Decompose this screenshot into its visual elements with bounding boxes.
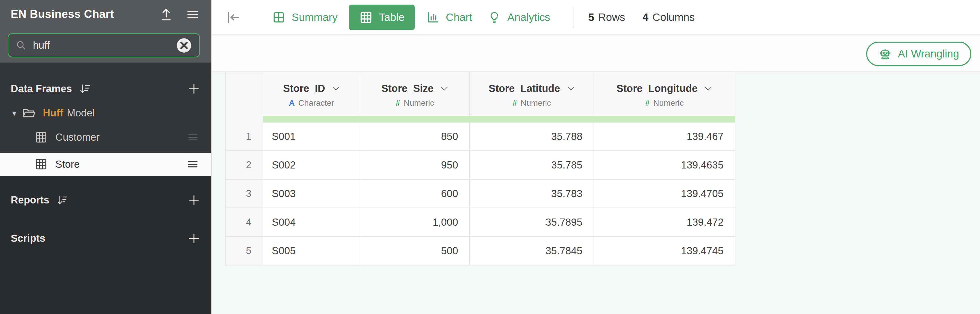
- table-grid-icon: [35, 158, 48, 171]
- cell-store-latitude[interactable]: 35.7845: [470, 237, 594, 266]
- tab-summary[interactable]: Summary: [264, 5, 345, 30]
- collapse-sidebar-button[interactable]: [225, 9, 242, 26]
- column-header-store-longitude[interactable]: Store_Longitude # Numeric: [594, 72, 735, 116]
- column-name: Store_Longitude: [617, 83, 698, 94]
- open-folder-icon: [21, 106, 36, 121]
- table-row[interactable]: 2 S002 950 35.785 139.4635: [225, 151, 735, 180]
- chevron-down-icon[interactable]: [440, 86, 449, 91]
- sidebar-item-store-selected[interactable]: Store: [0, 153, 211, 175]
- column-header-store-size[interactable]: Store_Size # Numeric: [360, 72, 470, 116]
- cell-store-longitude[interactable]: 139.4745: [594, 237, 735, 266]
- robot-icon: [878, 47, 892, 61]
- dimension-summary: 5 Rows 4 Columns: [588, 11, 695, 24]
- tab-analytics-label: Analytics: [508, 11, 550, 24]
- tab-chart[interactable]: Chart: [418, 5, 480, 30]
- row-number-header-cell: [225, 72, 263, 116]
- table-row[interactable]: 5 S005 500 35.7845 139.4745: [225, 237, 735, 266]
- sidebar-header: EN Business Chart: [0, 0, 211, 62]
- table-grid-icon: [35, 131, 48, 144]
- cell-store-id[interactable]: S003: [263, 180, 360, 208]
- sidebar: EN Business Chart: [0, 0, 211, 314]
- column-header-store-id[interactable]: Store_ID A Character: [263, 72, 360, 116]
- table-content-area: Store_ID A Character Store_Size: [212, 72, 980, 314]
- column-header-store-latitude[interactable]: Store_Latitude # Numeric: [470, 72, 594, 116]
- ai-wrangling-button[interactable]: AI Wrangling: [866, 41, 971, 66]
- add-script-button[interactable]: [187, 232, 200, 245]
- row-number: 3: [225, 180, 263, 208]
- tab-table[interactable]: Table: [349, 5, 415, 30]
- cell-store-latitude[interactable]: 35.788: [470, 123, 594, 151]
- search-icon: [16, 40, 27, 51]
- publish-upload-button[interactable]: [158, 6, 174, 22]
- rows-label: Rows: [598, 11, 625, 24]
- numeric-type-icon: #: [645, 98, 650, 108]
- column-type-label: Numeric: [520, 98, 551, 108]
- customer-label: Customer: [56, 131, 100, 143]
- columns-label: Columns: [652, 11, 695, 24]
- chevron-down-icon[interactable]: [332, 86, 340, 91]
- cell-store-size[interactable]: 1,000: [360, 208, 470, 237]
- cell-store-size[interactable]: 950: [360, 151, 470, 180]
- cell-store-longitude[interactable]: 139.4705: [594, 180, 735, 208]
- search-box[interactable]: [8, 33, 200, 57]
- cell-store-longitude[interactable]: 139.4635: [594, 151, 735, 180]
- cell-store-size[interactable]: 850: [360, 123, 470, 151]
- store-menu-icon[interactable]: [186, 158, 199, 171]
- chevron-down-icon[interactable]: [567, 86, 575, 91]
- add-data-frame-button[interactable]: [187, 82, 200, 96]
- character-type-icon: A: [289, 98, 295, 108]
- data-table: Store_ID A Character Store_Size: [225, 72, 735, 266]
- scripts-label: Scripts: [11, 233, 45, 244]
- table-row[interactable]: 4 S004 1,000 35.7895 139.472: [225, 208, 735, 237]
- column-summary-bar-row: [225, 116, 735, 123]
- row-number-bar-cell: [225, 116, 263, 123]
- numeric-type-icon: #: [396, 98, 400, 108]
- add-report-button[interactable]: [187, 193, 200, 207]
- cell-store-latitude[interactable]: 35.785: [470, 151, 594, 180]
- bar-chart-icon: [426, 11, 440, 24]
- sort-icon[interactable]: [56, 194, 68, 206]
- tab-analytics[interactable]: Analytics: [480, 5, 558, 30]
- data-frames-section: Data Frames ▾ Huff: [0, 62, 211, 153]
- numeric-type-icon: #: [512, 98, 517, 108]
- sidebar-menu-button[interactable]: [185, 6, 200, 22]
- cell-store-size[interactable]: 600: [360, 180, 470, 208]
- item-menu-icon[interactable]: [187, 131, 199, 143]
- column-name: Store_Size: [381, 83, 434, 94]
- cell-store-latitude[interactable]: 35.783: [470, 180, 594, 208]
- sidebar-lower-sections: Reports Scripts: [0, 175, 211, 314]
- data-completeness-bar: [263, 116, 735, 123]
- summary-grid-icon: [272, 11, 286, 24]
- cell-store-id[interactable]: S002: [263, 151, 360, 180]
- column-name: Store_Latitude: [488, 83, 560, 94]
- cell-store-longitude[interactable]: 139.472: [594, 208, 735, 237]
- row-number: 5: [225, 237, 263, 266]
- folder-name-highlight: Huff: [43, 107, 63, 119]
- table-row[interactable]: 1 S001 850 35.788 139.467: [225, 123, 735, 151]
- cell-store-id[interactable]: S004: [263, 208, 360, 237]
- table-row[interactable]: 3 S003 600 35.783 139.4705: [225, 180, 735, 208]
- chevron-down-icon[interactable]: [704, 86, 712, 91]
- column-type-label: Character: [298, 98, 334, 108]
- columns-count: 4: [642, 11, 648, 24]
- folder-expand-icon[interactable]: ▾: [12, 108, 16, 118]
- tab-chart-label: Chart: [446, 11, 472, 24]
- column-type-label: Numeric: [404, 98, 434, 108]
- cell-store-longitude[interactable]: 139.467: [594, 123, 735, 151]
- search-input[interactable]: [33, 40, 176, 51]
- table-action-bar: AI Wrangling: [212, 35, 980, 72]
- reports-header: Reports: [0, 188, 211, 212]
- sidebar-item-customer[interactable]: Customer: [0, 125, 211, 149]
- lightbulb-icon: [487, 11, 501, 24]
- clear-search-icon[interactable]: [176, 37, 192, 54]
- hamburger-icon: [186, 7, 200, 22]
- upload-icon: [159, 7, 173, 22]
- scripts-header: Scripts: [0, 226, 211, 250]
- folder-huff-model[interactable]: ▾ Huff Model: [0, 101, 211, 125]
- cell-store-size[interactable]: 500: [360, 237, 470, 266]
- cell-store-id[interactable]: S005: [263, 237, 360, 266]
- cell-store-id[interactable]: S001: [263, 123, 360, 151]
- table-header-row: Store_ID A Character Store_Size: [225, 72, 735, 116]
- cell-store-latitude[interactable]: 35.7895: [470, 208, 594, 237]
- sort-icon[interactable]: [79, 83, 91, 95]
